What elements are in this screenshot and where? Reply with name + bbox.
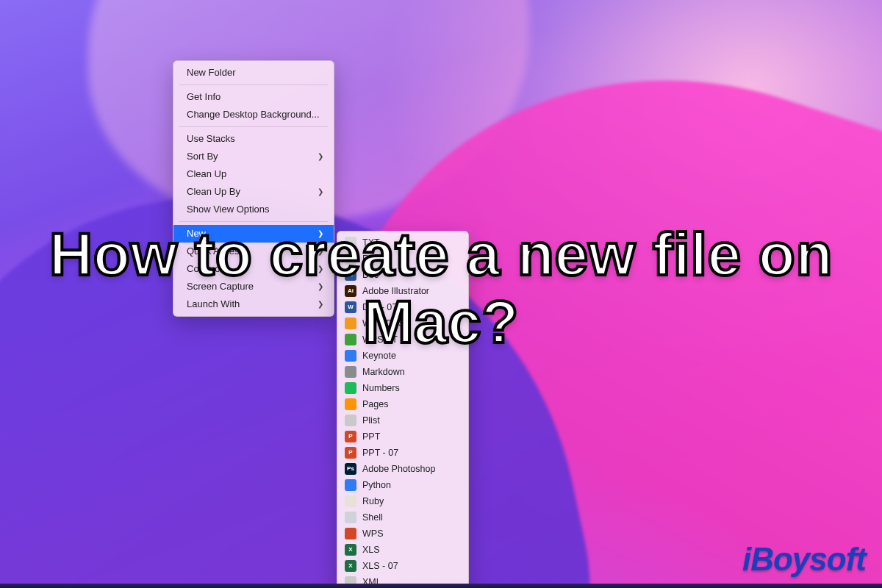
submenu-item-label: WPS ET [362,333,398,346]
submenu-item-wps-dps[interactable]: WPS DPS [337,315,468,331]
menu-item-label: Clean Up By [187,185,240,198]
new-file-submenu: TXT RTF WDoc AiAdobe Illustrator WDoc - … [337,231,469,588]
submenu-item-label: PPT [362,430,380,443]
file-icon [345,415,356,426]
desktop-wallpaper[interactable]: New Folder Get Info Change Desktop Backg… [0,0,882,588]
menu-item-show-view-options[interactable]: Show View Options [173,201,334,218]
file-icon [345,237,356,248]
submenu-item-label: XLS [362,543,380,556]
file-icon: P [345,431,356,442]
menu-item-use-stacks[interactable]: Use Stacks [173,130,334,148]
submenu-item-ppt-07[interactable]: PPPT - 07 [337,445,468,461]
submenu-item-shell[interactable]: Shell [337,509,468,526]
submenu-item-rtf[interactable]: RTF [337,251,468,267]
submenu-item-photoshop[interactable]: PsAdobe Photoshop [337,461,468,477]
submenu-item-label: Doc - 07 [362,301,397,314]
menu-item-label: New [187,227,206,240]
chevron-right-icon: ❯ [318,298,323,311]
menu-separator [179,221,328,222]
file-icon [345,318,356,329]
menu-separator [179,126,328,127]
file-icon [345,479,356,491]
menu-item-get-info[interactable]: Get Info [173,88,334,106]
submenu-item-xls-07[interactable]: XXLS - 07 [337,558,468,574]
submenu-item-numbers[interactable]: Numbers [337,380,468,396]
submenu-item-ppt[interactable]: PPPT [337,429,468,445]
submenu-item-label: XLS - 07 [362,559,398,573]
menu-item-change-desktop-background[interactable]: Change Desktop Background... [173,106,334,123]
submenu-item-doc-07[interactable]: WDoc - 07 [337,299,468,315]
taskbar-edge [0,584,882,588]
submenu-item-keynote[interactable]: Keynote [337,348,468,364]
submenu-item-doc[interactable]: WDoc [337,267,468,283]
menu-item-label: Show View Options [187,203,270,216]
menu-item-label: New Folder [187,66,235,79]
menu-item-sort-by[interactable]: Sort By ❯ [173,148,334,165]
submenu-item-wps[interactable]: WPS [337,526,468,542]
submenu-item-label: Pages [362,398,388,411]
menu-item-common[interactable]: Common ❯ [173,260,334,278]
file-icon [345,334,356,345]
chevron-right-icon: ❯ [318,227,323,240]
menu-item-launch-with[interactable]: Launch With ❯ [173,295,334,313]
file-icon: P [345,447,356,459]
file-icon [345,528,356,539]
chevron-right-icon: ❯ [318,150,323,163]
menu-item-clean-up[interactable]: Clean Up [173,165,334,183]
menu-item-label: Quick Access [187,245,244,258]
menu-item-label: Clean Up [187,168,226,181]
file-icon [345,350,356,362]
file-icon: Ps [345,463,356,475]
submenu-item-txt[interactable]: TXT [337,234,468,251]
file-icon [345,253,356,265]
file-icon: W [345,301,356,313]
submenu-item-plist[interactable]: Plist [337,412,468,429]
submenu-item-wps-et[interactable]: WPS ET [337,331,468,348]
submenu-item-label: Adobe Photoshop [362,462,435,476]
submenu-item-label: Adobe Illustrator [362,284,429,298]
file-icon [345,382,356,394]
file-icon [345,512,356,523]
submenu-item-label: Python [362,478,391,492]
submenu-item-python[interactable]: Python [337,477,468,493]
submenu-item-label: Plist [362,414,380,427]
menu-item-label: Screen Capture [187,280,254,293]
context-menu: New Folder Get Info Change Desktop Backg… [173,60,334,317]
menu-item-label: Sort By [187,150,218,163]
menu-item-screen-capture[interactable]: Screen Capture ❯ [173,278,334,295]
chevron-right-icon: ❯ [318,262,323,276]
submenu-item-label: RTF [362,252,380,265]
chevron-right-icon: ❯ [318,280,323,293]
submenu-item-label: Markdown [362,365,405,379]
file-icon: X [345,544,356,556]
file-icon: W [345,269,356,281]
file-icon [345,495,356,507]
submenu-item-label: WPS [362,527,383,540]
menu-item-new-folder[interactable]: New Folder [173,64,334,82]
watermark-logo: iBoysoft [742,541,866,578]
submenu-item-ruby[interactable]: Ruby [337,493,468,509]
submenu-item-label: WPS DPS [362,317,405,330]
submenu-item-label: Ruby [362,495,384,508]
menu-item-label: Get Info [187,90,220,104]
file-icon [345,398,356,410]
submenu-item-label: Numbers [362,381,400,395]
submenu-item-ai[interactable]: AiAdobe Illustrator [337,283,468,299]
menu-item-label: Change Desktop Background... [187,108,320,121]
menu-item-label: Common [187,262,226,276]
submenu-item-markdown[interactable]: Markdown [337,364,468,380]
menu-item-clean-up-by[interactable]: Clean Up By ❯ [173,183,334,201]
file-icon: X [345,560,356,572]
submenu-item-xls[interactable]: XXLS [337,542,468,558]
watermark-text: Boysoft [750,541,866,577]
menu-separator [179,85,328,85]
file-icon: Ai [345,285,356,297]
menu-item-quick-access[interactable]: Quick Access ❯ [173,243,334,260]
menu-item-new[interactable]: New ❯ [173,225,334,243]
submenu-item-label: PPT - 07 [362,446,398,459]
submenu-item-label: Doc [362,268,379,282]
submenu-item-pages[interactable]: Pages [337,396,468,412]
file-icon [345,366,356,378]
submenu-item-label: TXT [362,236,380,249]
menu-item-label: Launch With [187,298,240,311]
